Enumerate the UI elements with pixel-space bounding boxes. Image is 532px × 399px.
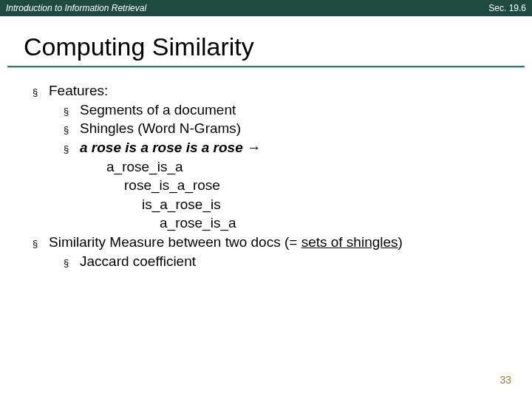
shingle-line-4: a_rose_is_a xyxy=(18,214,514,233)
bullet-shingles: § Shingles (Word N-Grams) xyxy=(18,119,514,138)
similarity-post: ) xyxy=(398,234,403,250)
bullet-features: § Features: xyxy=(18,81,514,100)
bullet-text: a rose is a rose is a rose → xyxy=(80,138,261,157)
shingle-line-3: is_a_rose_is xyxy=(18,195,514,214)
shingle-line-1: a_rose_is_a xyxy=(18,157,514,177)
bullet-text: Jaccard coefficient xyxy=(80,252,196,271)
bullet-marker: § xyxy=(64,256,80,270)
bullet-segments: § Segments of a document xyxy=(18,100,514,120)
bullet-text: Segments of a document xyxy=(80,100,236,120)
bullet-rose-example: § a rose is a rose is a rose → xyxy=(18,138,514,157)
header-right: Sec. 19.6 xyxy=(488,3,526,13)
similarity-pre: Similarity Measure between two docs (= xyxy=(49,234,301,250)
slide-title: Computing Similarity xyxy=(0,16,532,66)
bullet-marker: § xyxy=(33,237,49,250)
bullet-marker: § xyxy=(64,105,80,118)
slide-body: § Features: § Segments of a document § S… xyxy=(0,68,532,270)
page-number: 33 xyxy=(499,374,511,386)
bullet-jaccard: § Jaccard coefficient xyxy=(18,252,514,271)
bullet-text: Similarity Measure between two docs (= s… xyxy=(49,233,403,252)
bullet-text: Shingles (Word N-Grams) xyxy=(80,119,241,138)
bullet-text: Features: xyxy=(49,81,108,100)
similarity-underlined: sets of shingles xyxy=(301,234,398,250)
bullet-similarity: § Similarity Measure between two docs (=… xyxy=(18,233,514,252)
shingle-line-2: rose_is_a_rose xyxy=(18,176,514,195)
header-left: Introduction to Information Retrieval xyxy=(6,3,146,13)
slide-header: Introduction to Information Retrieval Se… xyxy=(0,0,532,16)
bullet-marker: § xyxy=(64,143,80,156)
bullet-marker: § xyxy=(33,86,49,99)
bullet-marker: § xyxy=(64,123,80,137)
